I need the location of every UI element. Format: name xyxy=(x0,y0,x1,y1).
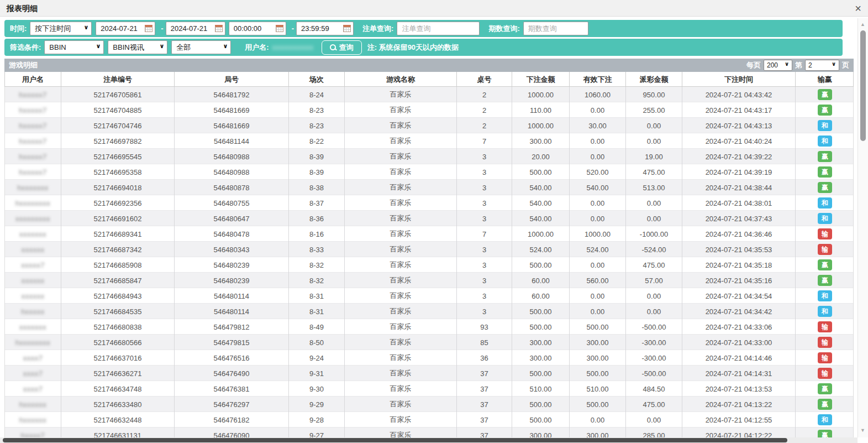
cell-bet_time: 2024-07-21 04:35:18 xyxy=(682,257,796,273)
period-query-input[interactable] xyxy=(523,22,588,35)
result-badge-win[interactable]: 赢 xyxy=(818,151,832,162)
cell-valid_bet: 510.00 xyxy=(570,381,626,397)
result-badge-win[interactable]: 赢 xyxy=(818,182,832,193)
table-row: hxxxxx5217466845355464801148-31百家乐3500.0… xyxy=(5,304,853,319)
cell-valid_bet: 300.00 xyxy=(570,350,626,366)
cell-game: 百家乐 xyxy=(345,87,457,102)
cell-result: 输 xyxy=(796,242,854,257)
result-badge-win[interactable]: 赢 xyxy=(818,89,832,100)
cell-session: 9-28 xyxy=(289,412,345,428)
category-select[interactable]: BBIN视讯 xyxy=(108,40,167,54)
result-badge-lose[interactable]: 输 xyxy=(818,337,832,348)
cell-bet_amount: 20.00 xyxy=(512,149,570,164)
result-badge-tie[interactable]: 和 xyxy=(818,306,832,317)
page-label-prefix: 第 xyxy=(795,60,802,70)
result-badge-tie[interactable]: 和 xyxy=(818,120,832,131)
cell-game: 百家乐 xyxy=(345,288,457,304)
vertical-scrollbar: ▲ ▼ xyxy=(858,18,868,437)
cell-table_no: 37 xyxy=(457,397,512,412)
result-badge-tie[interactable]: 和 xyxy=(818,213,832,224)
result-badge-lose[interactable]: 输 xyxy=(818,228,832,239)
vertical-scrollbar-thumb[interactable] xyxy=(860,30,866,141)
cell-user: xxxx7 xyxy=(5,350,61,366)
result-badge-win[interactable]: 赢 xyxy=(818,275,832,286)
table-row: hxxxxxxxx5217466805665464798158-50百家乐853… xyxy=(5,335,853,350)
date-from-input[interactable] xyxy=(96,22,155,35)
section-bar: 游戏明细 每页 200 ∨ 第 2 ∨ 页 xyxy=(4,59,854,72)
cell-table_no: 85 xyxy=(457,335,512,350)
result-badge-win[interactable]: 赢 xyxy=(818,166,832,178)
cell-result: 输 xyxy=(796,366,854,381)
result-badge-win[interactable]: 赢 xyxy=(818,399,832,410)
cell-bet_amount: 300.00 xyxy=(512,350,570,366)
result-badge-lose[interactable]: 输 xyxy=(818,368,832,379)
cell-payout: 513.00 xyxy=(626,180,682,195)
cell-table_no: 3 xyxy=(457,211,512,226)
username-blurred: hxxxxx xyxy=(21,308,45,316)
cell-round_no: 546480878 xyxy=(175,180,289,195)
cell-round_no: 546481144 xyxy=(175,133,289,149)
bet-query-input[interactable] xyxy=(397,22,480,35)
horizontal-scrollbar-thumb[interactable] xyxy=(3,438,787,442)
cell-round_no: 546480343 xyxy=(175,242,289,257)
cell-round_no: 546476490 xyxy=(175,366,289,381)
result-badge-lose[interactable]: 输 xyxy=(818,321,832,332)
horizontal-scrollbar xyxy=(0,437,858,443)
cell-bet_no: 521746705861 xyxy=(61,87,175,102)
cell-bet_no: 521746636271 xyxy=(61,366,175,381)
cell-bet_time: 2024-07-21 04:39:19 xyxy=(682,164,796,180)
username-blurred: hxxxxxx xyxy=(19,400,47,409)
table-row: hxxxxxx5217466334805464762979-29百家乐37500… xyxy=(5,397,853,412)
cell-session: 9-30 xyxy=(289,381,345,397)
result-badge-tie[interactable]: 和 xyxy=(818,290,832,301)
cell-game: 百家乐 xyxy=(345,381,457,397)
filter-bar-time: 时间: 按下注时间 ∨ - - 注单查询: 期数查询: xyxy=(4,20,843,37)
cell-payout: 484.50 xyxy=(626,381,682,397)
time-from-input[interactable] xyxy=(229,22,286,35)
cell-bet_no: 521746695358 xyxy=(61,164,175,180)
date-to-input[interactable] xyxy=(166,22,225,35)
cell-bet_no: 521746695545 xyxy=(61,149,175,164)
cell-bet_time: 2024-07-21 04:36:46 xyxy=(682,226,796,242)
cell-bet_time: 2024-07-21 04:33:06 xyxy=(682,319,796,335)
cell-bet_amount: 300.00 xyxy=(512,335,570,350)
cell-user: hxxxxx7 xyxy=(5,118,61,133)
cell-valid_bet: 520.00 xyxy=(570,164,626,180)
cell-session: 9-29 xyxy=(289,397,345,412)
cell-valid_bet: 0.00 xyxy=(570,149,626,164)
per-page-select[interactable]: 200 xyxy=(764,60,792,71)
username-blurred: xxxxx7 xyxy=(21,261,45,269)
result-badge-win[interactable]: 赢 xyxy=(818,259,832,270)
scroll-down-icon[interactable]: ▼ xyxy=(860,428,865,433)
close-icon[interactable]: × xyxy=(855,2,861,15)
username-label: 用户名: xyxy=(245,43,269,53)
cell-round_no: 546476297 xyxy=(175,397,289,412)
cell-game: 百家乐 xyxy=(345,195,457,211)
result-badge-lose[interactable]: 输 xyxy=(818,244,832,255)
cell-user: xxxxxxx xyxy=(5,319,61,335)
time-type-select[interactable]: 按下注时间 xyxy=(30,22,92,35)
result-badge-win[interactable]: 赢 xyxy=(818,383,832,394)
cell-session: 8-37 xyxy=(289,195,345,211)
cell-round_no: 546480988 xyxy=(175,149,289,164)
search-button[interactable]: 查询 xyxy=(322,40,362,55)
cell-bet_no: 521746692356 xyxy=(61,195,175,211)
result-badge-tie[interactable]: 和 xyxy=(818,414,832,425)
username-blurred: hxxxxxxx xyxy=(17,184,49,192)
cell-round_no: 546479815 xyxy=(175,335,289,350)
cell-session: 8-49 xyxy=(289,319,345,335)
page-select[interactable]: 2 xyxy=(805,60,839,71)
cell-user: xxxxx7 xyxy=(5,257,61,273)
cell-round_no: 546480239 xyxy=(175,273,289,288)
result-badge-tie[interactable]: 和 xyxy=(818,197,832,209)
platform-select[interactable]: BBIN xyxy=(44,40,104,54)
time-to-input[interactable] xyxy=(296,22,354,35)
cell-user: hxxxxx7 xyxy=(5,149,61,164)
result-badge-lose[interactable]: 输 xyxy=(818,352,832,363)
result-badge-win[interactable]: 赢 xyxy=(818,105,832,116)
column-header-5: 桌号 xyxy=(457,72,512,87)
scroll-up-icon[interactable]: ▲ xyxy=(860,22,865,27)
game-type-select[interactable]: 全部 xyxy=(171,40,231,54)
cell-valid_bet: 500.00 xyxy=(570,319,626,335)
result-badge-tie[interactable]: 和 xyxy=(818,135,832,147)
